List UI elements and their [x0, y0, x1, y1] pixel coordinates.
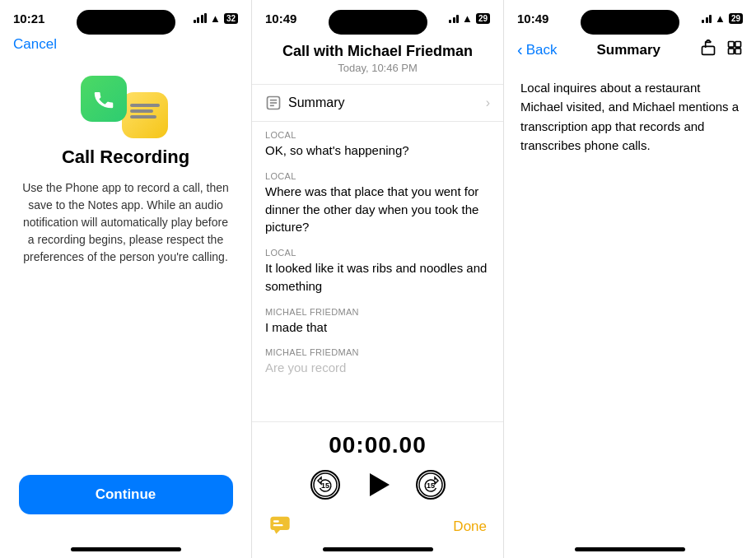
battery-p1: 32	[224, 13, 238, 24]
back-button[interactable]: ‹ Back	[517, 40, 557, 59]
transcript-group-4: Michael Friedman I made that	[252, 299, 503, 340]
svg-rect-10	[273, 524, 283, 526]
signal-bar-p3-3	[709, 15, 712, 23]
svg-rect-13	[735, 42, 741, 48]
chevron-right-icon: ›	[486, 95, 490, 110]
chat-bubble-button[interactable]	[268, 513, 292, 541]
svg-rect-9	[273, 520, 279, 522]
cancel-area: Cancel	[0, 36, 251, 59]
transcript-group-2: LOCAL Where was that place that you went…	[252, 163, 503, 239]
speaker-label-4: Michael Friedman	[265, 307, 490, 317]
recording-title: Call Recording	[62, 146, 189, 168]
transcript-group-1: LOCAL OK, so what's happening?	[252, 122, 503, 163]
signal-bar-p2-3	[456, 15, 459, 23]
summary-text: Local inquires about a restaurant Michae…	[520, 78, 740, 155]
cancel-button[interactable]: Cancel	[13, 36, 57, 53]
signal-bar-1	[194, 20, 196, 23]
summary-list-icon	[265, 95, 282, 111]
nav-actions	[700, 40, 743, 60]
notes-line-2	[130, 109, 153, 113]
panel1-bottom: Continue	[0, 475, 251, 547]
battery-p2: 29	[476, 13, 490, 24]
chat-bubble-icon	[268, 513, 292, 536]
panel1-content: Call Recording Use the Phone app to reco…	[0, 59, 251, 475]
speaker-label-5: Michael Friedman	[265, 347, 490, 357]
transcript-text-3: It looked like it was ribs and noodles a…	[265, 259, 490, 295]
play-triangle	[370, 473, 390, 496]
call-recording-panel: 10:21 ▲ 32 Cancel	[0, 0, 252, 558]
speaker-label-3: LOCAL	[265, 248, 490, 258]
svg-rect-8	[270, 517, 289, 530]
wifi-icon-p3: ▲	[715, 12, 726, 25]
share-button[interactable]	[700, 40, 716, 60]
skip-forward-button[interactable]: 15	[416, 470, 446, 500]
wifi-icon-p1: ▲	[210, 12, 221, 25]
more-options-button[interactable]	[726, 40, 743, 60]
phone-icon	[91, 86, 116, 111]
svg-rect-15	[735, 49, 741, 54]
skip-back-button[interactable]: 15	[310, 470, 340, 500]
transcript-content: LOCAL OK, so what's happening? LOCAL Whe…	[252, 122, 503, 421]
app-icons	[81, 76, 171, 133]
recording-description: Use the Phone app to record a call, then…	[20, 179, 231, 266]
skip-forward-icon: 15	[416, 470, 446, 500]
transcript-text-4: I made that	[265, 319, 490, 337]
call-title: Call with Michael Friedman	[265, 43, 490, 60]
transcript-group-5: Michael Friedman Are you record	[252, 339, 503, 380]
panel2-toolbar: Done	[252, 509, 503, 547]
signal-bars-p1	[194, 13, 208, 23]
statusbar-panel2: 10:49 ▲ 29	[252, 0, 503, 36]
skip-back-icon: 15	[310, 470, 340, 500]
continue-button[interactable]: Continue	[19, 475, 233, 514]
signal-bar-3	[201, 15, 203, 23]
svg-text:15: 15	[426, 481, 434, 490]
audio-player: 00:00.00 15	[252, 421, 503, 509]
status-time-p1: 10:21	[13, 12, 44, 26]
transcript-text-2: Where was that place that you went for d…	[265, 183, 490, 236]
dynamic-island-p2	[329, 10, 427, 35]
summary-row-left: Summary	[265, 95, 344, 111]
back-label: Back	[526, 42, 558, 58]
status-icons-p1: ▲ 32	[194, 12, 239, 25]
back-chevron-icon: ‹	[517, 40, 523, 59]
notes-line-1	[130, 104, 160, 107]
speaker-label-2: LOCAL	[265, 171, 490, 181]
player-controls: 15 15	[310, 467, 446, 503]
status-time-p2: 10:49	[265, 12, 296, 26]
player-time: 00:00.00	[329, 432, 427, 458]
dynamic-island-p1	[77, 10, 175, 35]
signal-bar-p2-2	[453, 17, 455, 23]
battery-p3: 29	[729, 13, 743, 24]
wifi-icon-p2: ▲	[462, 12, 473, 25]
call-date: Today, 10:46 PM	[265, 62, 490, 74]
notes-app-icon	[122, 92, 168, 138]
skip-back-svg: 15	[312, 472, 338, 498]
signal-bar-p2-1	[449, 20, 451, 23]
svg-text:15: 15	[320, 481, 329, 490]
summary-label: Summary	[288, 95, 344, 110]
notes-line-3	[130, 115, 156, 119]
speaker-label-1: LOCAL	[265, 130, 490, 140]
transcript-text-5: Are you record	[265, 359, 490, 377]
statusbar-panel3: 10:49 ▲ 29	[504, 0, 756, 36]
summary-row[interactable]: Summary ›	[252, 85, 503, 122]
status-time-p3: 10:49	[517, 12, 548, 26]
home-indicator-p3	[575, 547, 685, 551]
svg-rect-14	[728, 49, 734, 54]
signal-bar-p3-2	[706, 17, 708, 23]
call-transcript-panel: 10:49 ▲ 29 Call with Michael Friedman To…	[252, 0, 504, 558]
panel3-title: Summary	[596, 42, 660, 58]
signal-bar-p3-1	[702, 20, 704, 23]
phone-app-icon	[81, 76, 127, 122]
signal-bar-2	[197, 17, 199, 23]
call-header: Call with Michael Friedman Today, 10:46 …	[252, 36, 503, 85]
status-icons-p2: ▲ 29	[449, 12, 490, 25]
dynamic-island-p3	[581, 10, 679, 35]
status-icons-p3: ▲ 29	[702, 12, 743, 25]
summary-panel: 10:49 ▲ 29 ‹ Back Summary	[504, 0, 756, 558]
svg-rect-12	[728, 42, 734, 48]
skip-fwd-svg: 15	[418, 472, 444, 498]
play-button[interactable]	[360, 467, 396, 503]
done-button[interactable]: Done	[453, 518, 487, 535]
transcript-text-1: OK, so what's happening?	[265, 142, 490, 160]
